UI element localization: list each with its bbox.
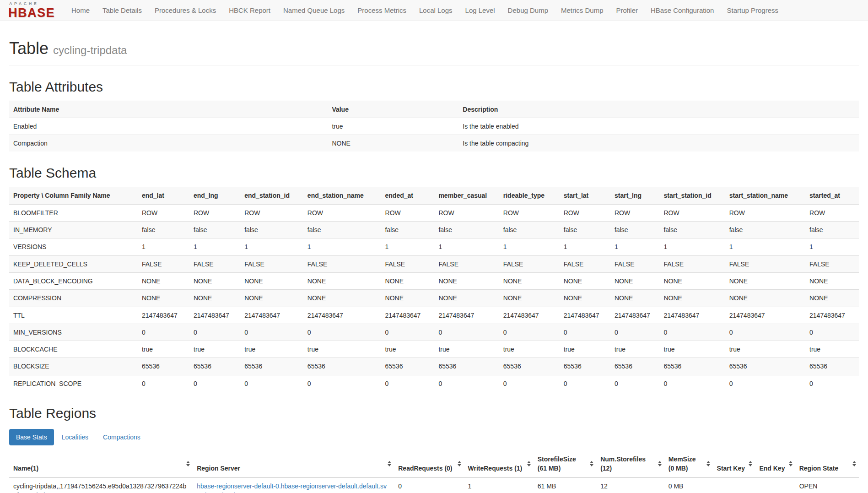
- schema-value-cell: false: [189, 222, 240, 238]
- schema-value-cell: 2147483647: [240, 307, 303, 324]
- schema-row-bloomfilter: BLOOMFILTERROWROWROWROWROWROWROWROWROWRO…: [9, 204, 859, 221]
- schema-value-cell: ROW: [659, 204, 725, 221]
- schema-value-cell: 0: [560, 324, 610, 341]
- schema-value-cell: 0: [189, 324, 240, 341]
- schema-value-cell: 0: [725, 324, 805, 341]
- sort-icon[interactable]: [527, 461, 531, 466]
- regions-tab-compactions[interactable]: Compactions: [96, 429, 147, 445]
- regions-col-header-num-storefiles-12[interactable]: Num.Storefiles (12): [596, 451, 664, 477]
- sort-icon[interactable]: [749, 461, 752, 466]
- schema-value-cell: NONE: [434, 272, 499, 289]
- nav-item-debug-dump[interactable]: Debug Dump: [501, 0, 555, 21]
- attribute-row: CompactionNONEIs the table compacting: [9, 135, 859, 152]
- sort-icon[interactable]: [706, 461, 710, 466]
- schema-value-cell: 1: [560, 238, 610, 255]
- schema-value-cell: NONE: [434, 290, 499, 307]
- schema-value-cell: FALSE: [240, 255, 303, 272]
- nav-item-metrics-dump[interactable]: Metrics Dump: [555, 0, 610, 21]
- sort-icon[interactable]: [658, 461, 662, 466]
- schema-value-cell: NONE: [659, 290, 725, 307]
- schema-value-cell: 2147483647: [610, 307, 659, 324]
- region-write-requests-cell: 1: [464, 477, 534, 493]
- schema-value-cell: false: [138, 222, 189, 238]
- region-storefile-size-cell: 61 MB: [534, 477, 596, 493]
- regions-col-header-memsize-0-mb[interactable]: MemSize (0 MB): [664, 451, 713, 477]
- schema-value-cell: ROW: [499, 204, 560, 221]
- schema-value-cell: 2147483647: [189, 307, 240, 324]
- schema-value-cell: false: [240, 222, 303, 238]
- schema-value-cell: 65536: [659, 358, 725, 375]
- schema-value-cell: 65536: [381, 358, 435, 375]
- schema-value-cell: 0: [560, 375, 610, 392]
- nav-item-named-queue-logs[interactable]: Named Queue Logs: [277, 0, 351, 21]
- schema-value-cell: 0: [499, 375, 560, 392]
- schema-value-cell: ROW: [434, 204, 499, 221]
- schema-property-cell: MIN_VERSIONS: [9, 324, 138, 341]
- regions-col-header-end-key[interactable]: End Key: [755, 451, 795, 477]
- schema-value-cell: 0: [240, 375, 303, 392]
- schema-value-cell: 0: [138, 375, 189, 392]
- schema-value-cell: false: [610, 222, 659, 238]
- schema-row-data-block-encoding: DATA_BLOCK_ENCODINGNONENONENONENONENONEN…: [9, 272, 859, 289]
- schema-value-cell: 0: [434, 324, 499, 341]
- sort-icon[interactable]: [590, 461, 593, 466]
- nav-item-home[interactable]: Home: [65, 0, 96, 21]
- sort-icon[interactable]: [458, 461, 461, 466]
- nav-menu: HomeTable DetailsProcedures & LocksHBCK …: [65, 0, 785, 21]
- schema-family-col-header-started-at: started_at: [805, 187, 859, 204]
- attributes-heading: Table Attributes: [9, 79, 859, 94]
- schema-property-cell: BLOCKSIZE: [9, 358, 138, 375]
- nav-item-startup-progress[interactable]: Startup Progress: [720, 0, 785, 21]
- sort-icon[interactable]: [388, 461, 391, 466]
- schema-row-ttl: TTL2147483647214748364721474836472147483…: [9, 307, 859, 324]
- schema-value-cell: 1: [381, 238, 435, 255]
- schema-value-cell: NONE: [725, 272, 805, 289]
- schema-value-cell: true: [725, 341, 805, 358]
- schema-family-col-header-end-lng: end_lng: [189, 187, 240, 204]
- schema-value-cell: NONE: [303, 290, 381, 307]
- regions-col-header-writerequests-1[interactable]: WriteRequests (1): [464, 451, 534, 477]
- regions-col-header-region-state[interactable]: Region State: [795, 451, 859, 477]
- regions-col-header-region-server[interactable]: Region Server: [193, 451, 394, 477]
- schema-value-cell: FALSE: [499, 255, 560, 272]
- schema-value-cell: false: [560, 222, 610, 238]
- sort-icon[interactable]: [186, 461, 190, 466]
- schema-value-cell: ROW: [381, 204, 435, 221]
- regions-col-header-storefilesize-61-mb[interactable]: StorefileSize (61 MB): [534, 451, 596, 477]
- regions-tab-localities[interactable]: Localities: [55, 429, 95, 445]
- schema-value-cell: NONE: [659, 272, 725, 289]
- nav-item-profiler[interactable]: Profiler: [610, 0, 645, 21]
- nav-item-process-metrics[interactable]: Process Metrics: [351, 0, 413, 21]
- attribute-value-cell: NONE: [328, 135, 458, 152]
- schema-value-cell: FALSE: [610, 255, 659, 272]
- attribute-description-cell: Is the table enabled: [458, 118, 859, 135]
- schema-family-col-header-end-station-name: end_station_name: [303, 187, 381, 204]
- page-title-text: Table: [9, 39, 49, 58]
- region-server-link[interactable]: hbase-regionserver-default-0.hbase-regio…: [197, 482, 387, 493]
- schema-value-cell: NONE: [381, 290, 435, 307]
- hbase-logo[interactable]: APACHE HBASE: [5, 1, 59, 20]
- sort-icon[interactable]: [789, 461, 793, 466]
- table-name-subtitle: cycling-tripdata: [53, 44, 127, 56]
- schema-value-cell: NONE: [138, 272, 189, 289]
- nav-item-local-logs[interactable]: Local Logs: [413, 0, 459, 21]
- regions-col-header-readrequests-0[interactable]: ReadRequests (0): [394, 451, 464, 477]
- region-mem-size-cell: 0 MB: [664, 477, 713, 493]
- nav-item-table-details[interactable]: Table Details: [96, 0, 148, 21]
- schema-value-cell: true: [138, 341, 189, 358]
- nav-item-procedures-locks[interactable]: Procedures & Locks: [148, 0, 222, 21]
- regions-tab-base-stats[interactable]: Base Stats: [9, 429, 54, 445]
- regions-col-label: Start Key: [717, 465, 745, 472]
- nav-item-log-level[interactable]: Log Level: [459, 0, 501, 21]
- schema-value-cell: 0: [189, 375, 240, 392]
- regions-col-header-name-1[interactable]: Name(1): [9, 451, 193, 477]
- schema-value-cell: ROW: [805, 204, 859, 221]
- schema-value-cell: true: [189, 341, 240, 358]
- schema-value-cell: true: [381, 341, 435, 358]
- schema-value-cell: 65536: [725, 358, 805, 375]
- nav-item-hbase-configuration[interactable]: HBase Configuration: [644, 0, 720, 21]
- sort-icon[interactable]: [852, 461, 856, 466]
- attribute-value-cell: true: [328, 118, 458, 135]
- nav-item-hbck-report[interactable]: HBCK Report: [222, 0, 277, 21]
- regions-col-header-start-key[interactable]: Start Key: [713, 451, 755, 477]
